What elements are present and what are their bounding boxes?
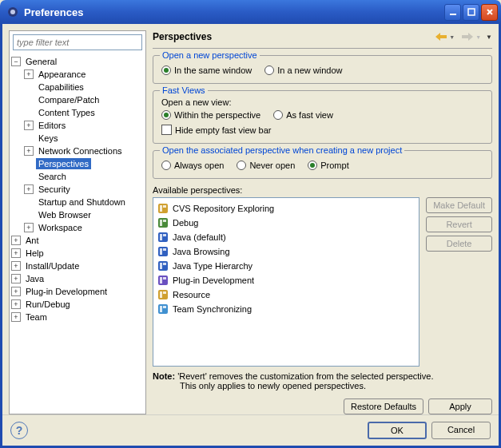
tree-label: Ant [23,235,42,246]
tree-label: Help [23,248,46,259]
svg-rect-20 [160,277,162,283]
apply-button[interactable]: Apply [428,398,492,414]
radio-always-open[interactable]: Always open [161,161,224,170]
check-hide-empty[interactable]: Hide empty fast view bar [161,125,483,135]
tree-label: Web Browser [36,209,93,220]
dropdown-icon[interactable]: ▼ [449,34,455,40]
radio-prompt[interactable]: Prompt [308,161,348,170]
tree-item-network-connections[interactable]: +Network Connections [11,145,144,157]
tree-item-capabilities[interactable]: Capabilities [11,81,144,93]
make-default-button[interactable]: Make Default [426,197,492,213]
tree-item-editors[interactable]: +Editors [11,119,144,132]
perspectives-list[interactable]: CVS Repository ExploringDebugJava (defau… [153,197,419,367]
svg-rect-12 [163,234,166,236]
expander-icon[interactable]: − [11,57,21,66]
perspective-item[interactable]: Plug-in Development [157,273,416,287]
expander-icon[interactable]: + [24,184,34,194]
tree-item-appearance[interactable]: +Appearance [11,68,144,81]
expander-icon[interactable]: + [11,261,21,271]
fast-views-group: Fast Views Open a new view: Within the p… [153,90,492,144]
expander-icon[interactable]: + [11,236,21,245]
help-icon[interactable]: ? [10,422,28,439]
app-icon [6,6,19,18]
tree-item-general[interactable]: −General [11,55,144,68]
radio-icon [161,65,171,75]
ok-button[interactable]: OK [368,422,427,439]
perspective-item[interactable]: Java (default) [157,230,416,244]
svg-rect-21 [163,277,166,280]
tree-item-compare-patch[interactable]: Compare/Patch [11,93,144,106]
expander-icon[interactable]: + [11,274,21,283]
expander-icon[interactable]: + [24,121,34,130]
perspective-icon [157,274,169,287]
minimize-button[interactable] [444,4,461,21]
perspective-item[interactable]: Java Type Hierarchy [157,259,416,273]
tree-item-search[interactable]: Search [11,170,144,183]
expander-icon[interactable]: + [24,223,34,232]
svg-rect-5 [160,205,162,212]
delete-button[interactable]: Delete [426,236,492,252]
svg-rect-11 [160,234,162,240]
svg-rect-2 [450,14,456,15]
perspective-icon [157,260,169,272]
perspective-item[interactable]: CVS Repository Exploring [157,201,416,216]
perspective-item[interactable]: Debug [157,216,416,230]
radio-new-window[interactable]: In a new window [264,65,342,75]
tree-item-install-update[interactable]: +Install/Update [11,260,144,272]
tree-item-startup-and-shutdown[interactable]: Startup and Shutdown [11,196,144,208]
tree-label: Appearance [36,69,88,80]
tree-item-help[interactable]: +Help [11,247,144,260]
radio-within-perspective[interactable]: Within the perspective [161,110,260,120]
back-icon[interactable] [435,30,447,43]
tree-item-workspace[interactable]: +Workspace [11,221,144,234]
expander-icon[interactable]: + [24,69,34,79]
tree-item-team[interactable]: +Team [11,311,144,323]
svg-rect-18 [163,263,166,265]
tree-item-security[interactable]: +Security [11,183,144,196]
menu-dropdown-icon[interactable]: ▼ [486,34,492,41]
svg-rect-19 [158,276,168,285]
tree-item-plug-in-development[interactable]: +Plug-in Development [11,285,144,298]
tree-item-java[interactable]: +Java [11,272,144,285]
revert-button[interactable]: Revert [426,216,492,232]
perspective-item[interactable]: Resource [157,287,416,302]
perspective-item[interactable]: Team Synchronizing [157,302,416,316]
radio-same-window[interactable]: In the same window [161,65,252,75]
tree-item-ant[interactable]: +Ant [11,234,144,247]
perspective-label: Plug-in Development [173,276,254,285]
filter-input[interactable] [13,34,142,50]
expander-icon[interactable]: + [11,312,21,322]
radio-as-fast-view[interactable]: As fast view [273,110,333,120]
svg-point-1 [10,10,15,14]
perspective-item[interactable]: Java Browsing [157,244,416,259]
radio-never-open[interactable]: Never open [237,161,295,170]
available-label: Available perspectives: [153,185,492,195]
tree-item-perspectives[interactable]: Perspectives [11,157,144,170]
svg-rect-9 [163,220,166,222]
tree-item-run-debug[interactable]: +Run/Debug [11,298,144,311]
tree-label: Editors [36,120,68,131]
tree-item-content-types[interactable]: Content Types [11,106,144,119]
tree-label: Plug-in Development [23,286,109,297]
tree-panel: −General+AppearanceCapabilitiesCompare/P… [9,30,146,414]
radio-icon [308,161,317,170]
close-button[interactable] [481,4,498,21]
page-title: Perspectives [153,31,433,42]
svg-rect-7 [158,218,168,228]
cancel-button[interactable]: Cancel [431,422,491,439]
svg-rect-26 [160,306,162,312]
svg-rect-27 [163,306,166,308]
restore-defaults-button[interactable]: Restore Defaults [344,398,423,414]
preferences-tree[interactable]: −General+AppearanceCapabilitiesCompare/P… [10,54,145,414]
perspective-label: Debug [173,218,198,228]
tree-item-keys[interactable]: Keys [11,132,144,145]
expander-icon[interactable]: + [24,146,34,156]
tree-label: Startup and Shutdown [36,196,128,208]
expander-icon[interactable]: + [11,299,21,309]
expander-icon[interactable]: + [11,248,21,258]
tree-item-web-browser[interactable]: Web Browser [11,208,144,221]
titlebar[interactable]: Preferences [0,0,501,24]
maximize-button[interactable] [463,4,479,21]
expander-icon[interactable]: + [11,287,21,296]
svg-rect-25 [158,304,168,314]
